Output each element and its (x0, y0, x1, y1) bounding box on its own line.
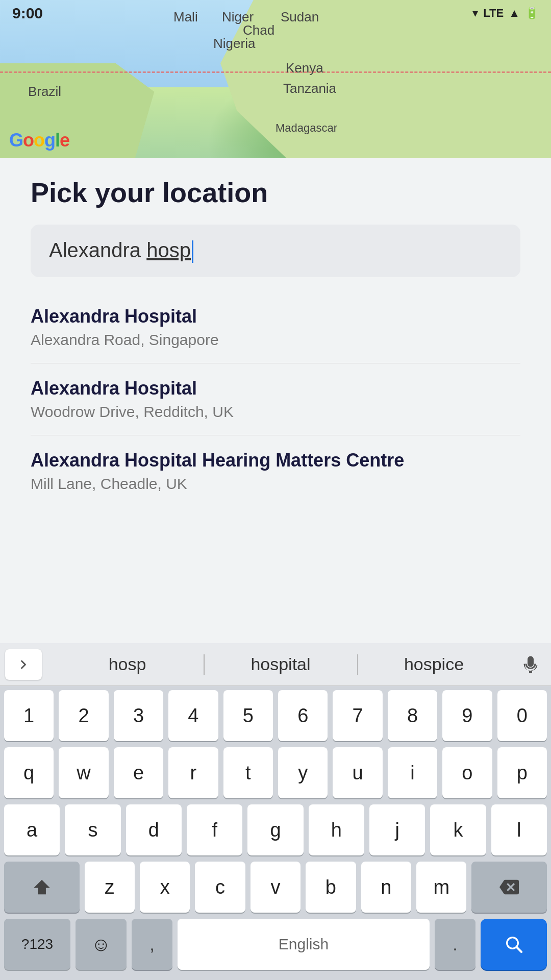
map-label-brazil: Brazil (28, 84, 61, 100)
key-7[interactable]: 7 (333, 690, 382, 741)
result-item-1[interactable]: Alexandra Hospital Alexandra Road, Singa… (31, 291, 520, 363)
signal-icon: ▲ (509, 7, 520, 20)
search-box[interactable]: Alexandra hosp (31, 225, 520, 277)
key-6[interactable]: 6 (278, 690, 328, 741)
key-y[interactable]: y (278, 747, 328, 798)
key-2[interactable]: 2 (59, 690, 108, 741)
key-rows: 1 2 3 4 5 6 7 8 9 0 q w e r t y u i o p … (0, 686, 551, 970)
key-comma[interactable]: , (132, 919, 172, 970)
key-4[interactable]: 4 (168, 690, 218, 741)
suggestion-2[interactable]: hospital (205, 654, 357, 674)
key-o[interactable]: o (442, 747, 492, 798)
map-label-nigeria: Nigeria (213, 36, 255, 52)
key-8[interactable]: 8 (388, 690, 437, 741)
key-n[interactable]: n (361, 862, 411, 913)
suggestion-1[interactable]: hosp (51, 654, 204, 674)
status-time: 9:00 (12, 5, 43, 22)
map-label-tanzania: Tanzania (283, 81, 336, 96)
status-bar: 9:00 ▾ LTE ▲ 🔋 (0, 0, 551, 27)
result-name-2: Alexandra Hospital (31, 378, 520, 399)
key-d[interactable]: d (126, 804, 182, 855)
key-5[interactable]: 5 (223, 690, 273, 741)
key-w[interactable]: w (59, 747, 108, 798)
battery-icon: 🔋 (525, 7, 539, 20)
key-v[interactable]: v (251, 862, 300, 913)
page-title: Pick your location (31, 177, 520, 208)
result-name-3: Alexandra Hospital Hearing Matters Centr… (31, 450, 520, 471)
key-period[interactable]: . (435, 919, 475, 970)
key-row-1: q w e r t y u i o p (4, 747, 547, 798)
content-area: Pick your location Alexandra hosp Alexan… (0, 158, 551, 507)
results-list: Alexandra Hospital Alexandra Road, Singa… (31, 291, 520, 507)
map-label-kenya: Kenya (286, 60, 323, 76)
key-t[interactable]: t (223, 747, 273, 798)
key-z[interactable]: z (85, 862, 135, 913)
result-item-3[interactable]: Alexandra Hospital Hearing Matters Centr… (31, 435, 520, 507)
result-address-2: Woodrow Drive, Redditch, UK (31, 403, 520, 421)
lte-indicator: LTE (483, 7, 504, 20)
key-g[interactable]: g (247, 804, 303, 855)
mic-button[interactable] (515, 649, 546, 680)
result-address-3: Mill Lane, Cheadle, UK (31, 475, 520, 493)
text-cursor (192, 240, 193, 263)
key-h[interactable]: h (309, 804, 364, 855)
map-area[interactable]: Mali Niger Sudan Chad Nigeria Kenya Tanz… (0, 0, 551, 158)
key-l[interactable]: l (491, 804, 547, 855)
key-a[interactable]: a (4, 804, 60, 855)
spacebar[interactable]: English (178, 919, 430, 970)
search-plain-text: Alexandra (49, 239, 146, 261)
key-x[interactable]: x (140, 862, 190, 913)
result-address-1: Alexandra Road, Singapore (31, 331, 520, 349)
key-row-bottom: ?123 ☺ , English . (4, 919, 547, 970)
search-input[interactable]: Alexandra hosp (49, 239, 502, 263)
key-3[interactable]: 3 (114, 690, 163, 741)
search-key[interactable] (481, 919, 547, 970)
search-underline-text: hosp (146, 239, 191, 261)
suggestions-expand-button[interactable] (5, 649, 42, 680)
key-9[interactable]: 9 (442, 690, 492, 741)
key-symbols[interactable]: ?123 (4, 919, 70, 970)
key-emoji[interactable]: ☺ (76, 919, 127, 970)
key-row-3: z x c v b n m (4, 862, 547, 913)
status-icons: ▾ LTE ▲ 🔋 (472, 7, 539, 20)
result-item-2[interactable]: Alexandra Hospital Woodrow Drive, Reddit… (31, 363, 520, 435)
key-b[interactable]: b (306, 862, 356, 913)
key-c[interactable]: c (195, 862, 245, 913)
map-label-madagascar: Madagascar (276, 121, 337, 135)
key-p[interactable]: p (497, 747, 547, 798)
shift-key[interactable] (4, 862, 80, 913)
suggestions-bar: hosp hospital hospice (0, 643, 551, 686)
key-q[interactable]: q (4, 747, 54, 798)
key-1[interactable]: 1 (4, 690, 54, 741)
key-j[interactable]: j (369, 804, 425, 855)
backspace-key[interactable] (471, 862, 547, 913)
suggestions-words: hosp hospital hospice (51, 654, 510, 675)
suggestion-3[interactable]: hospice (358, 654, 510, 674)
key-i[interactable]: i (388, 747, 437, 798)
key-s[interactable]: s (65, 804, 120, 855)
key-0[interactable]: 0 (497, 690, 547, 741)
svg-line-1 (517, 947, 521, 952)
key-m[interactable]: m (416, 862, 466, 913)
key-row-2: a s d f g h j k l (4, 804, 547, 855)
key-f[interactable]: f (187, 804, 242, 855)
keyboard-area: hosp hospital hospice 1 2 3 4 5 6 7 8 9 … (0, 643, 551, 980)
google-logo: Google (9, 130, 69, 151)
key-e[interactable]: e (114, 747, 163, 798)
key-u[interactable]: u (333, 747, 382, 798)
key-r[interactable]: r (168, 747, 218, 798)
result-name-1: Alexandra Hospital (31, 306, 520, 327)
number-row: 1 2 3 4 5 6 7 8 9 0 (4, 690, 547, 741)
key-k[interactable]: k (430, 804, 486, 855)
wifi-icon: ▾ (472, 7, 478, 20)
